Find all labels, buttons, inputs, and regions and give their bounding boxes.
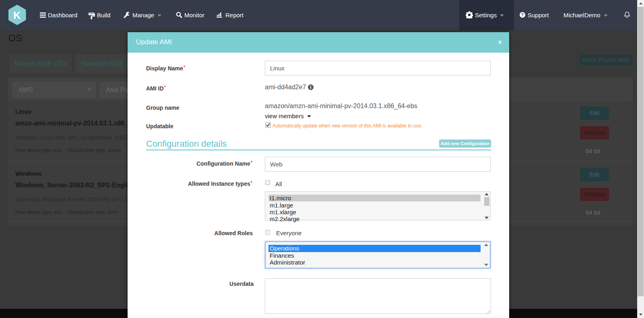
svg-text:?: ? [521,13,524,17]
svg-text:K: K [13,9,21,21]
